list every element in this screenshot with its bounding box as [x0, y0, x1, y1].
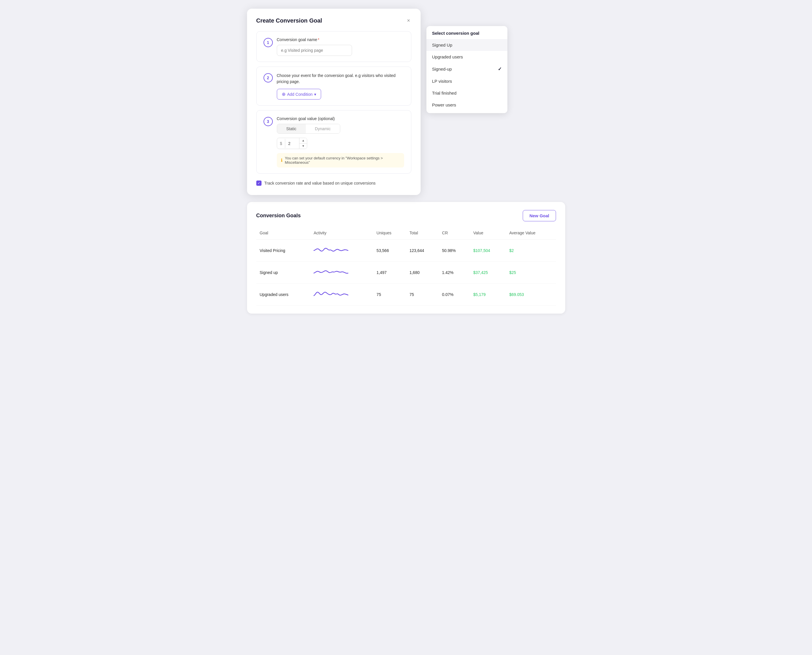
value-input-row: $ ▲ ▼: [277, 138, 308, 149]
activity-sparkline-cell: [310, 283, 373, 306]
add-condition-label: Add Condition: [287, 92, 313, 97]
total: 1,680: [406, 261, 438, 283]
modal-header: Create Conversion Goal ×: [256, 17, 411, 24]
goal-name-input[interactable]: [277, 45, 352, 56]
info-icon: ℹ: [281, 158, 283, 163]
step-3-section: 3 Conversion goal value (optional) Stati…: [256, 110, 411, 174]
selected-check-icon: ✓: [498, 66, 501, 72]
step-2-content: Choose your event for the conversion goa…: [277, 72, 404, 100]
total: 75: [406, 283, 438, 306]
sparkline-1: [314, 245, 348, 255]
col-cr: CR: [438, 228, 470, 240]
step-1-label: Conversion goal name*: [277, 37, 404, 42]
dropdown-item-label: Power users: [432, 102, 456, 107]
step-1-content: Conversion goal name*: [277, 37, 404, 56]
sparkline-2: [314, 267, 348, 277]
table-row: Upgraded users 75 75 0.07% $5,179 $69.05…: [256, 283, 556, 306]
value-number-input[interactable]: [285, 139, 299, 148]
col-activity: Activity: [310, 228, 373, 240]
dropdown-item-label: Upgraded users: [432, 54, 463, 59]
table-title: Conversion Goals: [256, 213, 301, 219]
table-row: Signed up 1,497 1,680 1.42% $37,425 $25: [256, 261, 556, 283]
dropdown-item-signed-up-2[interactable]: Signed-up ✓: [426, 63, 508, 75]
dropdown-item-signed-up[interactable]: Signed Up: [426, 39, 508, 51]
stepper-down-button[interactable]: ▼: [299, 143, 307, 149]
dropdown-item-label: Trial finished: [432, 91, 457, 95]
modal-title: Create Conversion Goal: [256, 17, 322, 24]
dropdown-item-upgraded-users[interactable]: Upgraded users: [426, 51, 508, 63]
conversion-goals-section: Conversion Goals New Goal Goal Activity …: [247, 202, 565, 314]
dropdown-item-power-users[interactable]: Power users: [426, 99, 508, 111]
value-type-toggle: Static Dynamic: [277, 124, 340, 134]
dropdown-item-trial-finished[interactable]: Trial finished: [426, 87, 508, 99]
value: $37,425: [470, 261, 506, 283]
col-total: Total: [406, 228, 438, 240]
avg-value: $25: [506, 261, 556, 283]
step-3-content: Conversion goal value (optional) Static …: [277, 116, 404, 168]
value: $107,504: [470, 240, 506, 261]
sparkline-3: [314, 289, 348, 299]
checkbox-row: ✓ Track conversion rate and value based …: [256, 178, 411, 187]
add-condition-button[interactable]: ⊕ Add Condition ▾: [277, 89, 321, 100]
avg-value: $69.053: [506, 283, 556, 306]
value: $5,179: [470, 283, 506, 306]
goal-name: Upgraded users: [256, 283, 311, 306]
activity-sparkline-cell: [310, 261, 373, 283]
uniques: 53,566: [373, 240, 406, 261]
create-conversion-goal-modal: Create Conversion Goal × 1 Conversion go…: [247, 9, 421, 195]
info-box: ℹ You can set your default currency in "…: [277, 153, 404, 168]
step-2-circle: 2: [263, 73, 273, 83]
table-head: Goal Activity Uniques Total CR Value Ave…: [256, 228, 556, 240]
avg-value: $2: [506, 240, 556, 261]
table-row: Visited Pricing 53,566 123,644 50.98% $1…: [256, 240, 556, 261]
step-3-header: 3 Conversion goal value (optional) Stati…: [263, 116, 404, 168]
activity-sparkline-cell: [310, 240, 373, 261]
goal-name: Signed up: [256, 261, 311, 283]
dropdown-item-lp-visitors[interactable]: LP visitors: [426, 75, 508, 87]
info-text: You can set your default currency in "Wo…: [285, 156, 400, 165]
step-2-header: 2 Choose your event for the conversion g…: [263, 72, 404, 100]
table-header-row-el: Goal Activity Uniques Total CR Value Ave…: [256, 228, 556, 240]
col-avg-value: Average Value: [506, 228, 556, 240]
step-1-header: 1 Conversion goal name*: [263, 37, 404, 56]
currency-symbol: $: [277, 139, 286, 148]
step-1-circle: 1: [263, 38, 273, 47]
cr: 0.07%: [438, 283, 470, 306]
table-header-row: Conversion Goals New Goal: [256, 210, 556, 221]
checkbox-label: Track conversion rate and value based on…: [265, 181, 376, 186]
goal-name: Visited Pricing: [256, 240, 311, 261]
dropdown-item-label: LP visitors: [432, 79, 452, 84]
step-1-section: 1 Conversion goal name*: [256, 31, 411, 62]
step-2-description: Choose your event for the conversion goa…: [277, 72, 404, 85]
step-3-circle: 3: [263, 117, 273, 126]
close-button[interactable]: ×: [406, 17, 411, 24]
new-goal-button[interactable]: New Goal: [523, 210, 556, 221]
step-3-label: Conversion goal value (optional): [277, 116, 404, 121]
chevron-down-icon: ▾: [314, 92, 316, 97]
col-uniques: Uniques: [373, 228, 406, 240]
table-body: Visited Pricing 53,566 123,644 50.98% $1…: [256, 240, 556, 306]
goal-dropdown: Select conversion goal Signed Up Upgrade…: [426, 26, 508, 113]
static-tab[interactable]: Static: [277, 124, 306, 133]
uniques: 75: [373, 283, 406, 306]
dropdown-item-label: Signed Up: [432, 43, 452, 48]
stepper-buttons: ▲ ▼: [299, 138, 307, 149]
cr: 1.42%: [438, 261, 470, 283]
stepper-up-button[interactable]: ▲: [299, 138, 307, 143]
uniques: 1,497: [373, 261, 406, 283]
conversion-goals-table: Goal Activity Uniques Total CR Value Ave…: [256, 228, 556, 306]
page-wrapper: Create Conversion Goal × 1 Conversion go…: [247, 9, 565, 314]
checkmark-icon: ✓: [257, 181, 260, 185]
total: 123,644: [406, 240, 438, 261]
dropdown-item-label: Signed-up: [432, 66, 452, 71]
dropdown-title: Select conversion goal: [426, 31, 508, 39]
cr: 50.98%: [438, 240, 470, 261]
add-condition-icon: ⊕: [282, 91, 286, 97]
col-value: Value: [470, 228, 506, 240]
top-section: Create Conversion Goal × 1 Conversion go…: [247, 9, 565, 195]
col-goal: Goal: [256, 228, 311, 240]
dynamic-tab[interactable]: Dynamic: [306, 124, 340, 133]
unique-conversions-checkbox[interactable]: ✓: [256, 180, 261, 186]
step-2-section: 2 Choose your event for the conversion g…: [256, 66, 411, 106]
